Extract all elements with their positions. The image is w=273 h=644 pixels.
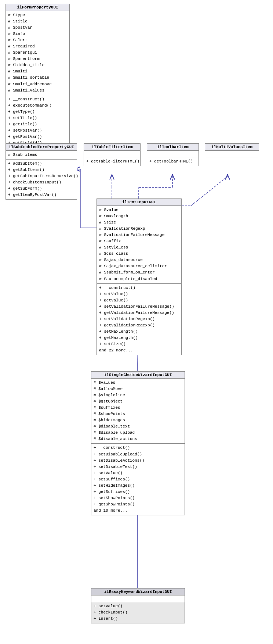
il-single-choice-attrs: # $values # $allowMove # $singleline # $…	[91, 379, 185, 444]
class-title: ilEssayKeywordWizardInputGUI	[104, 590, 172, 594]
il-table-filter-item-methods: + getTableFilterHTML()	[84, 157, 140, 166]
il-form-property-gui-header: ilFormPropertyGUI	[6, 4, 69, 11]
il-text-input-gui-methods: + __construct() + setValue() + getValue(…	[97, 284, 181, 355]
il-essay-keyword-methods: + setValue() + checkInput() + insert()	[91, 602, 185, 623]
diagram-container: ilFormPropertyGUI # $type # $title # $po…	[0, 0, 273, 644]
class-title: ilToolbarItem	[157, 145, 189, 149]
il-table-filter-item-attrs	[84, 151, 140, 157]
il-text-input-gui-header: ilTextInputGUI	[97, 199, 181, 206]
il-toolbar-item-header: ilToolbarItem	[147, 144, 199, 151]
il-text-input-gui-attrs: # $value # $maxlength # $size # $validat…	[97, 206, 181, 284]
il-form-property-gui-attrs: # $type # $title # $postvar # $info # $a…	[6, 11, 69, 95]
class-title: ilFormPropertyGUI	[17, 5, 58, 10]
il-sub-enabled-form-property-gui-header: ilSubEnabledFormPropertyGUI	[6, 144, 77, 151]
il-multi-values-item-methods	[205, 157, 259, 164]
il-table-filter-item-box: ilTableFilterItem + getTableFilterHTML()	[84, 143, 141, 166]
class-title: ilSingleChoiceWizardInputGUI	[104, 373, 172, 377]
class-title: ilSubEnabledFormPropertyGUI	[8, 145, 74, 149]
svg-line-11	[191, 176, 228, 206]
il-toolbar-item-attrs	[147, 151, 199, 157]
il-essay-keyword-attrs	[91, 595, 185, 602]
il-table-filter-item-header: ilTableFilterItem	[84, 144, 140, 151]
il-sub-enabled-attrs: # $sub_items	[6, 151, 77, 160]
il-essay-keyword-wizard-input-gui-header: ilEssayKeywordWizardInputGUI	[91, 588, 185, 595]
il-toolbar-item-methods: + getToolbarHTML()	[147, 157, 199, 166]
il-sub-enabled-form-property-gui-box: ilSubEnabledFormPropertyGUI # $sub_items…	[6, 143, 77, 200]
il-single-choice-wizard-input-gui-header: ilSingleChoiceWizardInputGUI	[91, 372, 185, 379]
il-text-input-gui-box: ilTextInputGUI # $value # $maxlength # $…	[97, 198, 182, 355]
il-essay-keyword-wizard-input-gui-box: ilEssayKeywordWizardInputGUI + setValue(…	[91, 588, 185, 623]
il-single-choice-wizard-input-gui-box: ilSingleChoiceWizardInputGUI # $values #…	[91, 371, 185, 515]
il-toolbar-item-box: ilToolbarItem + getToolbarHTML()	[147, 143, 199, 166]
il-multi-values-item-attrs	[205, 151, 259, 157]
il-single-choice-methods: + __construct() + setDisableUpload() + s…	[91, 444, 185, 515]
il-multi-values-item-box: ilMultiValuesItem	[205, 143, 259, 164]
il-sub-enabled-methods: + addSubItem() + getSubItems() + getSubI…	[6, 160, 77, 199]
class-title: ilTextInputGUI	[122, 200, 156, 204]
class-title: ilMultiValuesItem	[211, 145, 252, 149]
il-multi-values-item-header: ilMultiValuesItem	[205, 144, 259, 151]
class-title: ilTableFilterItem	[91, 145, 132, 149]
